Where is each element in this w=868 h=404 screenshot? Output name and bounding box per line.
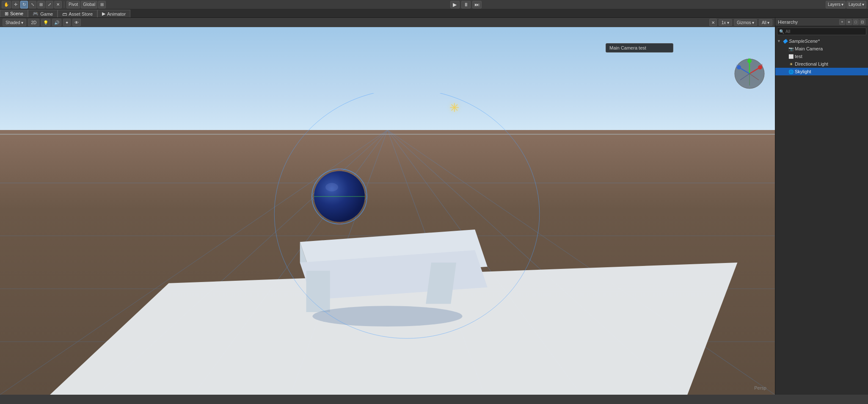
hierarchy-title: Hierarchy bbox=[778, 19, 838, 25]
rect-tool-btn[interactable]: ⊞ bbox=[37, 1, 45, 8]
tab-bar: ⊞ Scene 🎮 Game 🗃 Asset Store ▶ Animator bbox=[0, 9, 868, 18]
resolution-dropdown[interactable]: 1x ▾ bbox=[719, 19, 732, 26]
hierarchy-panel: Hierarchy + ≡ □ ⊡ 🔍 ▼ 🔷 SampleScene* bbox=[775, 18, 868, 395]
global-btn[interactable]: Global bbox=[81, 1, 97, 8]
scale-tool-btn[interactable]: ⤡ bbox=[29, 1, 36, 8]
sky-icon: 🌐 bbox=[788, 69, 794, 75]
pivot-label: Pivot bbox=[69, 2, 78, 7]
game-view-title: Main Camera test bbox=[609, 45, 646, 50]
layout-btn[interactable]: Layout ▾ bbox=[846, 1, 866, 8]
effects-btn[interactable]: ✦ bbox=[63, 19, 71, 26]
expand-arrow: ▼ bbox=[777, 39, 781, 43]
tab-game[interactable]: 🎮 Game bbox=[28, 10, 58, 17]
tab-scene[interactable]: ⊞ Scene bbox=[0, 10, 28, 17]
camera-icon: 📷 bbox=[788, 46, 794, 52]
hierarchy-search-bar[interactable]: 🔍 bbox=[777, 28, 866, 35]
hand-tool-btn[interactable]: ✋ bbox=[2, 1, 11, 8]
scene-background: ✳ Persp bbox=[0, 27, 775, 395]
pivot-btn[interactable]: Pivot bbox=[66, 1, 80, 8]
scene-visibility-btn[interactable]: 👁 bbox=[72, 19, 81, 26]
main-layout: Shaded ▾ 2D 💡 🔊 ✦ 👁 ✕ 1x ▾ Gizmos ▾ All … bbox=[0, 18, 868, 395]
global-label: Global bbox=[83, 2, 95, 7]
tree-item-test[interactable]: ⬜ test bbox=[775, 53, 868, 60]
close-scene-btn[interactable]: ✕ bbox=[709, 19, 717, 26]
play-controls: ▶ ⏸ ⏭ bbox=[107, 1, 825, 8]
scene-file-icon: 🔷 bbox=[782, 38, 788, 44]
hierarchy-search-input[interactable] bbox=[785, 29, 864, 34]
selection-arc-svg bbox=[194, 93, 620, 351]
hierarchy-tree: ▼ 🔷 SampleScene* 📷 Main Camera ⬜ test bbox=[775, 36, 868, 395]
tree-item-main-camera[interactable]: 📷 Main Camera bbox=[775, 45, 868, 53]
tree-item-skylight[interactable]: 🌐 Skylight bbox=[775, 68, 868, 75]
tree-item-samplescene[interactable]: ▼ 🔷 SampleScene* bbox=[775, 37, 868, 45]
audio-btn[interactable]: 🔊 bbox=[52, 19, 61, 26]
move-tool-btn[interactable]: ✛ bbox=[12, 1, 19, 8]
game-icon: 🎮 bbox=[33, 11, 39, 17]
scene-gizmo: X Y Z bbox=[733, 57, 766, 91]
scene-icon: ⊞ bbox=[5, 11, 8, 17]
layers-label: Layers bbox=[828, 2, 840, 7]
hierarchy-pin-btn[interactable]: ⊡ bbox=[860, 19, 865, 25]
transform-tool-btn[interactable]: ⤢ bbox=[46, 1, 53, 8]
tab-animator[interactable]: ▶ Animator bbox=[97, 10, 130, 17]
2d-toggle[interactable]: 2D bbox=[28, 19, 39, 26]
svg-text:Z: Z bbox=[736, 64, 738, 68]
store-icon: 🗃 bbox=[62, 11, 67, 17]
grid-btn[interactable]: ⊞ bbox=[98, 1, 106, 8]
top-toolbar: ✋ ✛ ↻ ⤡ ⊞ ⤢ ✕ Pivot Global ⊞ ▶ ⏸ ⏭ Layer… bbox=[0, 0, 868, 9]
svg-point-38 bbox=[274, 93, 540, 338]
layout-label: Layout bbox=[849, 2, 861, 7]
tab-asset-store[interactable]: 🗃 Asset Store bbox=[58, 10, 97, 17]
all-dropdown[interactable]: All ▾ bbox=[759, 19, 772, 26]
game-view-info: Main Camera test bbox=[606, 43, 673, 53]
scene-top-bar: Shaded ▾ 2D 💡 🔊 ✦ 👁 ✕ 1x ▾ Gizmos ▾ All … bbox=[0, 18, 775, 27]
custom-tool-btn[interactable]: ✕ bbox=[54, 1, 62, 8]
scene-view[interactable]: Shaded ▾ 2D 💡 🔊 ✦ 👁 ✕ 1x ▾ Gizmos ▾ All … bbox=[0, 18, 775, 395]
hierarchy-resize-btn[interactable]: □ bbox=[853, 19, 859, 25]
tree-item-directional-light[interactable]: ☀ Directional Light bbox=[775, 60, 868, 68]
separator-1 bbox=[64, 1, 64, 8]
step-button[interactable]: ⏭ bbox=[472, 1, 482, 8]
hierarchy-menu-btn[interactable]: ≡ bbox=[846, 19, 852, 25]
cube-icon: ⬜ bbox=[788, 53, 794, 59]
rotate-tool-btn[interactable]: ↻ bbox=[20, 1, 28, 8]
svg-text:Y: Y bbox=[748, 57, 751, 61]
animator-icon: ▶ bbox=[102, 11, 105, 17]
play-button[interactable]: ▶ bbox=[450, 1, 460, 8]
search-icon: 🔍 bbox=[779, 29, 784, 34]
gizmos-dropdown[interactable]: Gizmos ▾ bbox=[734, 19, 757, 26]
lighting-btn[interactable]: 💡 bbox=[41, 19, 50, 26]
hierarchy-buttons: + ≡ □ ⊡ bbox=[839, 19, 865, 25]
perspective-label: Persp bbox=[754, 385, 766, 390]
layers-btn[interactable]: Layers ▾ bbox=[826, 1, 846, 8]
directional-light-icon: ☀ bbox=[788, 61, 794, 67]
hierarchy-add-btn[interactable]: + bbox=[839, 19, 845, 25]
hierarchy-header: Hierarchy + ≡ □ ⊡ bbox=[775, 18, 868, 26]
svg-text:X: X bbox=[761, 63, 763, 67]
shaded-dropdown[interactable]: Shaded ▾ bbox=[3, 19, 26, 26]
scene-right-controls: ✕ 1x ▾ Gizmos ▾ All ▾ bbox=[709, 19, 772, 26]
pause-button[interactable]: ⏸ bbox=[461, 1, 471, 8]
